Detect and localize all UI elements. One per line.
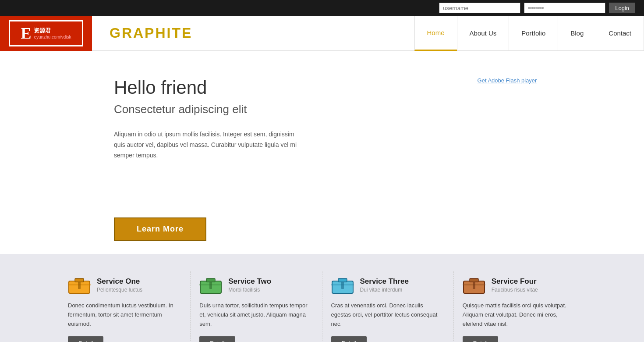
username-input[interactable] [439, 3, 520, 13]
service-info-1: Service One Pellentesque luctus [97, 277, 142, 293]
service-header-4: Service Four Faucibus risus vitae [463, 276, 572, 294]
service-icon-1 [68, 276, 91, 294]
service-title-3: Service Three [360, 277, 409, 286]
service-title-2: Service Two [228, 277, 271, 286]
service-title-4: Service Four [492, 277, 538, 286]
logo-letter: E [21, 24, 31, 43]
service-sub-3: Dui vitae interdum [360, 287, 409, 293]
service-info-4: Service Four Faucibus risus vitae [492, 277, 538, 293]
service-sub-2: Morbi facilisis [228, 287, 271, 293]
service-card-1: Service One Pellentesque luctus Donec co… [59, 271, 191, 342]
svg-rect-15 [473, 282, 475, 289]
svg-rect-13 [470, 278, 478, 282]
nav-about[interactable]: About Us [457, 16, 509, 51]
top-bar: Login [0, 0, 644, 16]
service-desc-1: Donec condimentum luctus vestibulum. In … [68, 301, 177, 328]
detail-button-2[interactable]: Detail [199, 336, 235, 342]
logo-url: eyunzhu.com/vdisk [34, 35, 71, 39]
nav-blog[interactable]: Blog [558, 16, 596, 51]
login-button[interactable]: Login [609, 3, 635, 13]
learn-more-section: Learn More [0, 217, 644, 254]
service-header-2: Service Two Morbi facilisis [199, 276, 308, 294]
service-card-2: Service Two Morbi facilisis Duis urna to… [191, 271, 322, 342]
hero-left: Hello friend Consectetur adipiscing elit… [0, 68, 379, 200]
header: E 资源君 eyunzhu.com/vdisk GRAPHITE Home Ab… [0, 16, 644, 51]
services-grid: Service One Pellentesque luctus Donec co… [59, 271, 585, 342]
service-info-2: Service Two Morbi facilisis [228, 277, 271, 293]
svg-rect-1 [75, 278, 84, 282]
service-icon-3 [331, 276, 354, 294]
nav-portfolio[interactable]: Portfolio [509, 16, 558, 51]
service-desc-3: Cras at venenatis orci. Donec iaculis eg… [331, 301, 440, 328]
main-nav: Home About Us Portfolio Blog Contact [414, 16, 644, 50]
service-header-1: Service One Pellentesque luctus [68, 276, 177, 294]
service-sub-1: Pellentesque luctus [97, 287, 142, 293]
nav-contact[interactable]: Contact [596, 16, 644, 51]
service-sub-4: Faucibus risus vitae [492, 287, 538, 293]
nav-home[interactable]: Home [414, 16, 457, 51]
svg-rect-3 [78, 282, 81, 289]
detail-button-4[interactable]: Detail [463, 336, 498, 342]
logo-box: E 资源君 eyunzhu.com/vdisk [9, 20, 83, 46]
password-input[interactable] [524, 3, 605, 13]
hero-body: Aliquam in odio ut ipsum mollis facilisi… [114, 129, 307, 160]
detail-button-1[interactable]: Detail [68, 336, 103, 342]
hero-title: Hello friend [114, 77, 353, 98]
flash-link[interactable]: Get Adobe Flash player [478, 77, 537, 84]
svg-rect-7 [209, 282, 212, 289]
svg-rect-5 [206, 278, 215, 282]
service-info-3: Service Three Dui vitae interdum [360, 277, 409, 293]
hero-section: Hello friend Consectetur adipiscing elit… [0, 51, 644, 217]
service-icon-4 [463, 276, 485, 294]
service-icon-2 [199, 276, 222, 294]
learn-more-button[interactable]: Learn More [114, 217, 206, 241]
services-section: Service One Pellentesque luctus Donec co… [0, 254, 644, 342]
service-card-3: Service Three Dui vitae interdum Cras at… [322, 271, 454, 342]
brand-name: GRAPHITE [110, 25, 414, 41]
service-desc-4: Quisque mattis facilisis orci quis volut… [463, 301, 572, 328]
logo-text: 资源君 eyunzhu.com/vdisk [34, 27, 71, 39]
logo-area: E 资源君 eyunzhu.com/vdisk [0, 16, 92, 51]
hero-subtitle: Consectetur adipiscing elit [114, 103, 353, 116]
svg-rect-11 [341, 282, 344, 289]
hero-right: Get Adobe Flash player [379, 68, 644, 200]
service-desc-2: Duis urna tortor, sollicitudin tempus te… [199, 301, 308, 328]
detail-button-3[interactable]: Detail [331, 336, 367, 342]
service-title-1: Service One [97, 277, 142, 286]
logo-cn: 资源君 [34, 27, 71, 35]
service-card-4: Service Four Faucibus risus vitae Quisqu… [454, 271, 585, 342]
svg-rect-9 [338, 278, 347, 282]
service-header-3: Service Three Dui vitae interdum [331, 276, 440, 294]
